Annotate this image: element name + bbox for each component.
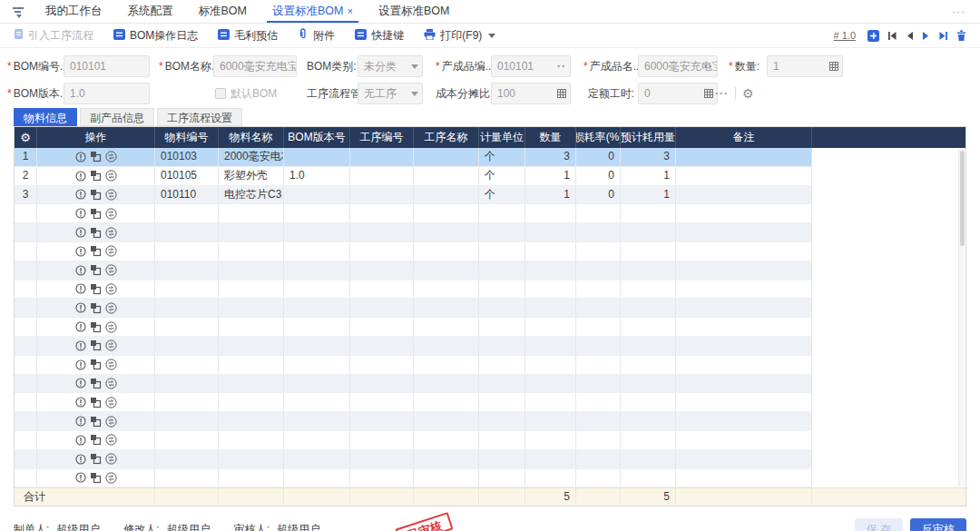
row-replace-icon[interactable] [90,264,102,276]
tab-process-flow-settings[interactable]: 工序流程设置 [157,108,242,126]
row-exchange-icon[interactable] [105,453,117,465]
row-exchange-icon[interactable] [105,359,117,370]
standard-hours-input[interactable]: 0 [638,83,718,104]
product-code-input[interactable]: 010101·· [491,55,571,77]
row-replace-icon[interactable] [90,416,102,428]
table-row[interactable] [15,356,965,375]
table-row[interactable] [15,412,965,431]
tab-set-standard-bom-active[interactable]: 设置标准BOM× [260,0,366,23]
row-exchange-icon[interactable] [105,339,117,351]
scrollbar-thumb[interactable] [960,151,965,246]
table-row[interactable] [15,431,965,450]
row-exchange-icon[interactable] [105,397,117,408]
table-row[interactable] [15,337,965,356]
tab-set-standard-bom[interactable]: 设置标准BOM [366,0,462,23]
tab-standard-bom[interactable]: 标准BOM [186,0,260,23]
table-row[interactable] [15,469,965,488]
bom-log-button[interactable]: BOM操作日志 [113,28,198,44]
row-exchange-icon[interactable] [105,245,117,257]
row-info-icon[interactable] [75,189,86,200]
row-replace-icon[interactable] [90,189,102,201]
row-replace-icon[interactable] [90,151,102,162]
row-replace-icon[interactable] [90,339,102,351]
bom-category-select[interactable]: 未分类 [358,55,423,77]
table-row[interactable] [15,223,965,242]
column-settings-gear-icon[interactable]: ⚙ [20,132,31,143]
row-exchange-icon[interactable] [105,378,117,389]
row-exchange-icon[interactable] [105,434,117,446]
row-info-icon[interactable] [75,171,86,182]
version-link[interactable]: # 1.0 [834,30,856,41]
cost-share-input[interactable]: 100 [491,83,571,104]
row-replace-icon[interactable] [90,434,102,446]
row-replace-icon[interactable] [90,397,102,408]
row-info-icon[interactable] [75,359,86,370]
table-row[interactable] [15,280,965,300]
attachment-button[interactable]: 附件 [298,28,335,44]
row-info-icon[interactable] [75,208,86,219]
row-exchange-icon[interactable] [105,302,117,314]
grid-picker-icon[interactable] [557,84,566,103]
vertical-scrollbar[interactable] [958,149,965,487]
tab-material-info[interactable]: 物料信息 [14,108,77,126]
first-record-icon[interactable] [887,31,897,41]
row-replace-icon[interactable] [90,321,102,333]
table-row[interactable] [15,299,965,318]
last-record-icon[interactable] [938,31,948,41]
table-row[interactable] [15,375,965,394]
row-replace-icon[interactable] [90,378,102,389]
table-row[interactable]: 3010110电控芯片C3个101 [15,186,965,205]
row-exchange-icon[interactable] [105,264,117,276]
row-exchange-icon[interactable] [105,170,117,182]
tab-byproduct-info[interactable]: 副产品信息 [80,108,154,126]
table-row[interactable] [15,393,965,412]
lookup-icon[interactable]: ·· [704,56,713,76]
table-row[interactable] [15,261,965,280]
row-replace-icon[interactable] [90,359,102,370]
row-info-icon[interactable] [75,378,86,388]
grid-picker-icon[interactable] [704,84,713,103]
row-exchange-icon[interactable] [105,416,117,428]
grid-picker-icon[interactable] [829,56,838,76]
row-info-icon[interactable] [75,227,86,238]
next-record-icon[interactable] [922,31,930,41]
bom-code-input[interactable]: 010101 [64,55,150,77]
process-flow-select[interactable]: 无工序 [358,83,423,104]
row-info-icon[interactable] [75,397,86,408]
tab-system-config[interactable]: 系统配置 [115,0,186,23]
more-fields-icon[interactable]: ··· [715,88,729,99]
table-row[interactable] [15,204,965,223]
table-row[interactable]: 2010105彩塑外壳1.0个101 [15,167,965,186]
row-replace-icon[interactable] [90,302,102,314]
unaudit-button[interactable]: 反审核 [910,518,966,531]
lookup-icon[interactable]: ·· [557,56,566,76]
chevron-down-icon[interactable] [488,34,495,38]
row-exchange-icon[interactable] [105,151,117,162]
bom-version-input[interactable]: 1.0 [64,83,150,104]
row-info-icon[interactable] [75,340,86,351]
quantity-input[interactable]: 1 [767,55,843,77]
row-exchange-icon[interactable] [105,283,117,295]
row-info-icon[interactable] [75,435,86,446]
row-info-icon[interactable] [75,152,86,162]
shortcut-keys-button[interactable]: 快捷键 [355,28,404,44]
row-replace-icon[interactable] [90,472,102,484]
default-bom-checkbox[interactable] [215,88,226,99]
prev-record-icon[interactable] [906,31,914,41]
row-exchange-icon[interactable] [105,227,117,239]
more-tabs-icon[interactable]: ··· [952,5,971,18]
table-row[interactable] [15,242,965,261]
bom-name-input[interactable]: 6000毫安充电宝 [213,55,297,77]
row-info-icon[interactable] [75,321,86,332]
row-replace-icon[interactable] [90,453,102,465]
table-row[interactable] [15,450,965,469]
row-info-icon[interactable] [75,472,86,483]
row-info-icon[interactable] [75,265,86,276]
row-replace-icon[interactable] [90,208,102,220]
row-exchange-icon[interactable] [105,208,117,220]
print-button[interactable]: 打印(F9) [424,28,495,44]
collapse-menu-icon[interactable] [13,6,25,17]
row-exchange-icon[interactable] [105,321,117,333]
row-replace-icon[interactable] [90,245,102,257]
row-replace-icon[interactable] [90,283,102,295]
